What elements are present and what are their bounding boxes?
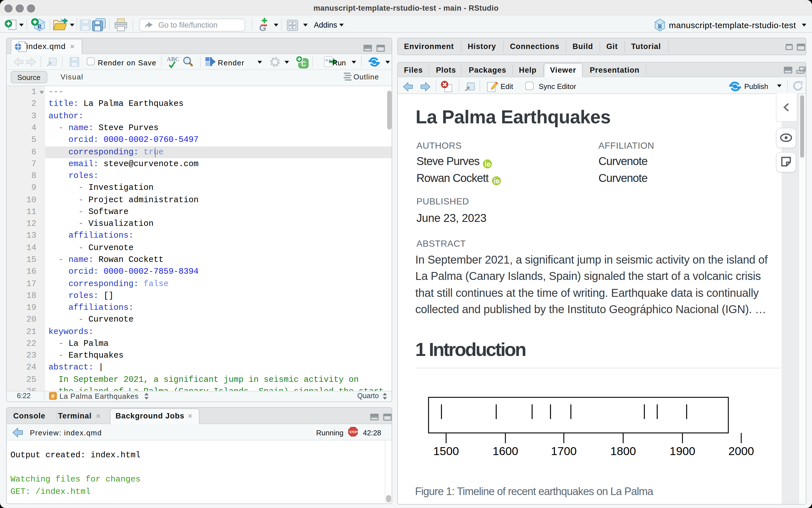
svg-text:1800: 1800 — [610, 444, 636, 458]
svg-text:G: G — [259, 23, 266, 32]
svg-text:ABC: ABC — [166, 55, 179, 62]
svg-text:2000: 2000 — [728, 444, 754, 458]
svg-text:R: R — [658, 23, 663, 30]
svg-text:1700: 1700 — [551, 444, 577, 458]
svg-text:1500: 1500 — [433, 444, 459, 458]
svg-text:1900: 1900 — [670, 444, 695, 458]
svg-text:STOP: STOP — [349, 430, 357, 434]
svg-text:1600: 1600 — [492, 444, 518, 458]
